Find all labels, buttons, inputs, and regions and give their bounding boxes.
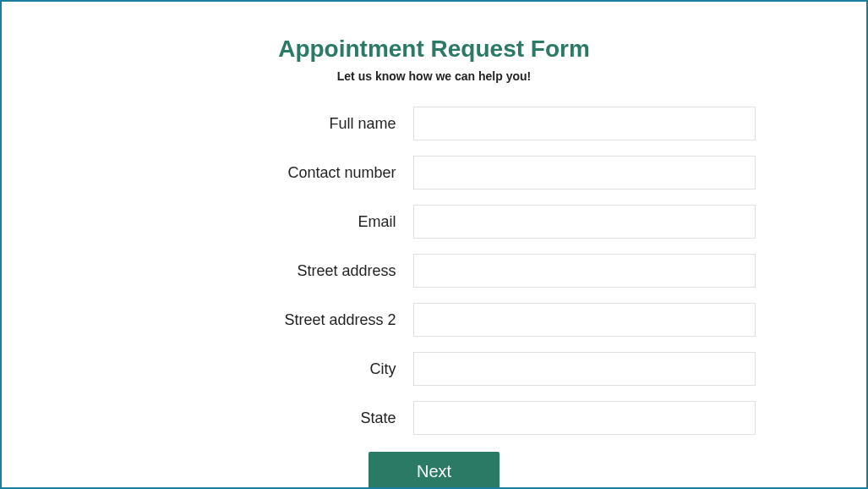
button-row: Next: [2, 452, 866, 489]
input-contact-number[interactable]: [413, 156, 756, 190]
form-fields: Full name Contact number Email Street ad…: [2, 107, 866, 435]
row-state: State: [113, 401, 756, 435]
label-state: State: [113, 409, 413, 427]
label-street-address-2: Street address 2: [113, 311, 413, 329]
next-button[interactable]: Next: [368, 452, 500, 489]
row-email: Email: [113, 205, 756, 239]
input-street-address[interactable]: [413, 254, 756, 288]
form-container: Appointment Request Form Let us know how…: [2, 2, 866, 489]
input-street-address-2[interactable]: [413, 303, 756, 337]
row-contact-number: Contact number: [113, 156, 756, 190]
label-full-name: Full name: [113, 115, 413, 133]
label-city: City: [113, 360, 413, 378]
row-street-address-2: Street address 2: [113, 303, 756, 337]
label-email: Email: [113, 213, 413, 231]
row-full-name: Full name: [113, 107, 756, 140]
form-title: Appointment Request Form: [278, 36, 590, 63]
input-email[interactable]: [413, 205, 756, 239]
input-city[interactable]: [413, 352, 756, 386]
form-subtitle: Let us know how we can help you!: [337, 69, 531, 83]
input-full-name[interactable]: [413, 107, 756, 140]
row-street-address: Street address: [113, 254, 756, 288]
row-city: City: [113, 352, 756, 386]
input-state[interactable]: [413, 401, 756, 435]
label-contact-number: Contact number: [113, 164, 413, 182]
label-street-address: Street address: [113, 262, 413, 280]
